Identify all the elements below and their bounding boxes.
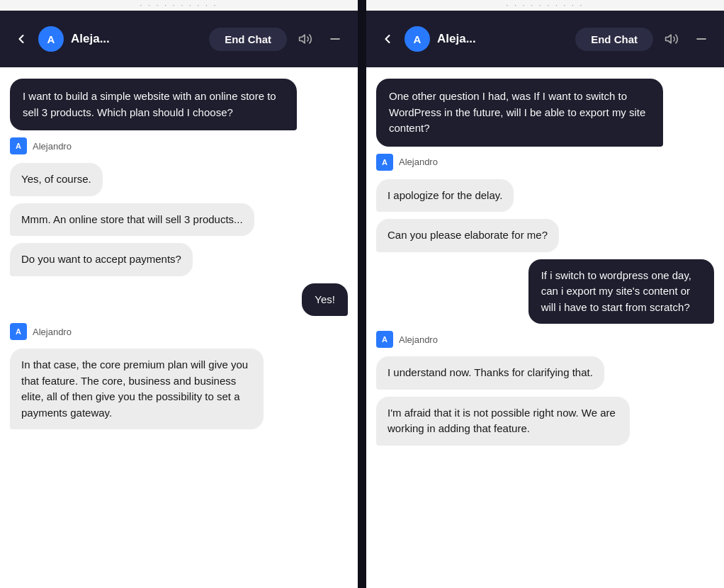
svg-marker-0 bbox=[300, 35, 305, 43]
header-agent-name-left: Aleja... bbox=[71, 32, 202, 46]
back-button-left[interactable] bbox=[11, 29, 31, 49]
agent-name-label: Alejandro bbox=[399, 157, 438, 167]
message-bubble: In that case, the core premium plan will… bbox=[10, 349, 264, 429]
app-wrapper: · · · · · · · · · · A Aleja... End Chat bbox=[0, 0, 724, 588]
minimize-button-right[interactable] bbox=[690, 29, 713, 49]
agent-label: A Alejandro bbox=[10, 323, 348, 340]
chat-messages-right: One other question I had, was If I want … bbox=[366, 67, 724, 588]
agent-name-label: Alejandro bbox=[33, 141, 72, 152]
agent-name-label: Alejandro bbox=[33, 327, 72, 337]
minimize-button-left[interactable] bbox=[324, 29, 346, 49]
agent-avatar-small: A bbox=[376, 331, 393, 348]
agent-avatar-small: A bbox=[10, 137, 27, 154]
chat-messages-left: I want to build a simple website with an… bbox=[0, 67, 358, 588]
back-button-right[interactable] bbox=[378, 29, 397, 49]
agent-avatar-small: A bbox=[376, 154, 393, 171]
agent-name-label: Alejandro bbox=[399, 334, 438, 345]
header-agent-name-right: Aleja... bbox=[437, 32, 568, 46]
chat-panel-right: · · · · · · · · · · A Aleja... End Chat bbox=[366, 0, 724, 588]
message-bubble: I understand now. Thanks for clarifying … bbox=[376, 356, 604, 390]
volume-button-left[interactable] bbox=[294, 29, 317, 49]
header-avatar-left: A bbox=[38, 26, 64, 52]
svg-marker-2 bbox=[666, 35, 672, 43]
message-bubble: I'm afraid that it is not possible right… bbox=[376, 397, 630, 446]
message-bubble: Yes, of course. bbox=[10, 163, 103, 196]
end-chat-button-left[interactable]: End Chat bbox=[209, 28, 287, 51]
message-bubble: Mmm. An online store that will sell 3 pr… bbox=[10, 203, 254, 237]
chat-header-right: A Aleja... End Chat bbox=[366, 11, 724, 67]
agent-label: A Alejandro bbox=[376, 331, 714, 348]
message-bubble: I apologize for the delay. bbox=[376, 179, 514, 213]
chat-header-left: A Aleja... End Chat bbox=[0, 11, 358, 67]
end-chat-button-right[interactable]: End Chat bbox=[575, 28, 653, 51]
agent-label: A Alejandro bbox=[10, 137, 348, 154]
message-bubble-visitor: If i switch to wordpress one day, can i … bbox=[528, 259, 714, 324]
message-bubble: One other question I had, was If I want … bbox=[376, 79, 663, 147]
message-bubble: Can you please elaborate for me? bbox=[376, 219, 559, 252]
message-bubble-visitor: Yes! bbox=[302, 283, 348, 317]
chat-panel-left: · · · · · · · · · · A Aleja... End Chat bbox=[0, 0, 358, 588]
agent-avatar-small: A bbox=[10, 323, 27, 340]
dots-top-right: · · · · · · · · · · bbox=[366, 0, 724, 11]
agent-label: A Alejandro bbox=[376, 154, 714, 171]
panel-divider bbox=[361, 0, 363, 588]
message-bubble: Do you want to accept payments? bbox=[10, 243, 193, 276]
header-avatar-right: A bbox=[405, 26, 430, 52]
dots-top-left: · · · · · · · · · · bbox=[0, 0, 358, 11]
volume-button-right[interactable] bbox=[660, 29, 683, 49]
message-bubble: I want to build a simple website with an… bbox=[10, 79, 297, 130]
